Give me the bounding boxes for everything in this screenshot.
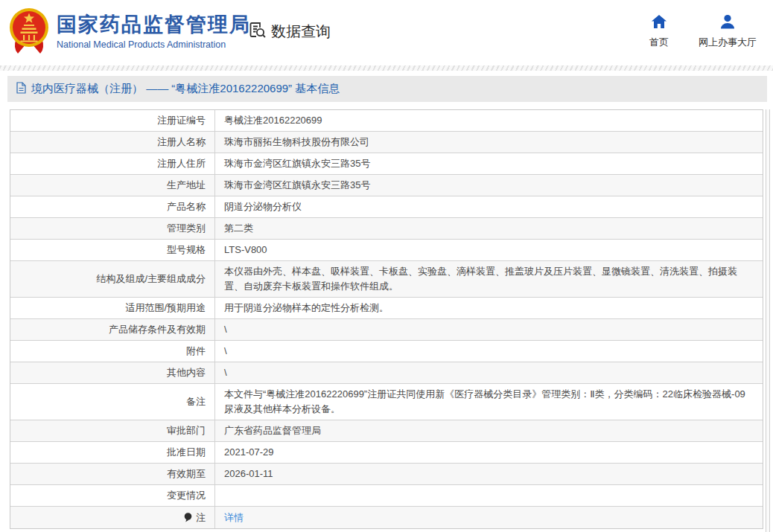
- row-label: 其他内容: [10, 362, 215, 383]
- table-row: 审批部门广东省药品监督管理局: [10, 420, 763, 442]
- row-label: 结构及组成/主要组成成分: [10, 261, 215, 297]
- table-row: 其他内容\: [10, 362, 763, 384]
- row-label: 生产地址: [10, 175, 215, 196]
- table-row: 变更情况: [10, 485, 763, 507]
- table-row: 注详情: [10, 507, 763, 528]
- hatched-divider: [0, 65, 773, 71]
- national-emblem-logo: [9, 7, 49, 56]
- table-row: 结构及组成/主要组成成分本仪器由外壳、样本盘、吸样装置、卡板盘、实验盘、滴样装置…: [10, 261, 763, 298]
- detail-link[interactable]: 详情: [224, 512, 244, 523]
- row-label: 变更情况: [10, 485, 215, 506]
- table-row: 有效期至2026-01-11: [10, 464, 763, 485]
- row-value: LTS-V800: [215, 240, 763, 260]
- row-value: 珠海市金湾区红旗镇永安三路35号: [215, 175, 763, 196]
- row-value: 珠海市丽拓生物科技股份有限公司: [215, 132, 763, 153]
- row-value: \: [215, 362, 763, 383]
- row-label: 注: [10, 507, 215, 528]
- row-value: \: [215, 341, 763, 362]
- row-value: 2026-01-11: [215, 464, 763, 484]
- row-label: 注册证编号: [10, 110, 215, 131]
- balloon-icon: [184, 513, 192, 522]
- row-label: 备注: [10, 384, 215, 420]
- page-title-bar: 境内医疗器械（注册） —— “粤械注准20162220699” 基本信息: [7, 76, 767, 102]
- row-label: 有效期至: [10, 464, 215, 484]
- document-icon: [16, 82, 26, 97]
- brand: 国家药品监督管理局 National Medical Products Admi…: [9, 7, 251, 56]
- row-label: 型号规格: [10, 240, 215, 260]
- table-row: 适用范围/预期用途用于阴道分泌物样本的定性分析检测。: [10, 298, 763, 319]
- table-row: 产品名称阴道分泌物分析仪: [10, 196, 763, 218]
- nav-data-query[interactable]: 数据查询: [247, 20, 331, 43]
- site-name-cn: 国家药品监督管理局: [57, 13, 251, 36]
- site-name-en: National Medical Products Administration: [57, 39, 251, 50]
- table-row: 管理类别第二类: [10, 218, 763, 240]
- table-row: 产品储存条件及有效期\: [10, 319, 763, 341]
- table-row: 注册人住所珠海市金湾区红旗镇永安三路35号: [10, 153, 763, 175]
- table-row: 附件\: [10, 341, 763, 362]
- row-label: 产品储存条件及有效期: [10, 319, 215, 340]
- row-value: 用于阴道分泌物样本的定性分析检测。: [215, 298, 763, 318]
- row-value: 本文件与“粤械注准20162220699”注册证共同使用新《医疗器械分类目录》管…: [215, 384, 763, 420]
- top-nav: 首页 网上办事大厅: [649, 14, 757, 49]
- table-row: 备注本文件与“粤械注准20162220699”注册证共同使用新《医疗器械分类目录…: [10, 384, 763, 420]
- user-icon: [719, 14, 736, 31]
- nav-service-hall[interactable]: 网上办事大厅: [699, 14, 757, 49]
- row-label: 审批部门: [10, 420, 215, 441]
- row-label: 注册人名称: [10, 132, 215, 153]
- nav-home[interactable]: 首页: [649, 14, 669, 49]
- info-table: 注册证编号粤械注准20162220699注册人名称珠海市丽拓生物科技股份有限公司…: [10, 109, 763, 529]
- brand-text: 国家药品监督管理局 National Medical Products Admi…: [57, 13, 251, 49]
- nav-service-hall-label: 网上办事大厅: [699, 36, 757, 49]
- row-value: 本仪器由外壳、样本盘、吸样装置、卡板盘、实验盘、滴样装置、推盖玻片及压片装置、显…: [215, 261, 763, 297]
- table-row: 生产地址珠海市金湾区红旗镇永安三路35号: [10, 175, 763, 196]
- row-label: 注册人住所: [10, 153, 215, 174]
- row-value: 粤械注准20162220699: [215, 110, 763, 131]
- row-value: 广东省药品监督管理局: [215, 420, 763, 441]
- scrollbar-track[interactable]: [766, 109, 770, 532]
- row-value: [215, 485, 763, 506]
- row-value: 阴道分泌物分析仪: [215, 196, 763, 217]
- data-query-icon: [247, 20, 267, 43]
- row-value: \: [215, 319, 763, 340]
- row-label: 产品名称: [10, 196, 215, 217]
- site-header: 国家药品监督管理局 National Medical Products Admi…: [0, 0, 773, 65]
- row-value: 第二类: [215, 218, 763, 239]
- page-title: 境内医疗器械（注册） —— “粤械注准20162220699” 基本信息: [31, 82, 340, 96]
- nav-data-query-label: 数据查询: [271, 22, 331, 42]
- table-row: 型号规格LTS-V800: [10, 240, 763, 261]
- home-icon: [651, 14, 667, 31]
- row-value: 详情: [215, 507, 763, 528]
- row-value: 珠海市金湾区红旗镇永安三路35号: [215, 153, 763, 174]
- table-row: 批准日期2021-07-29: [10, 442, 763, 464]
- row-label: 适用范围/预期用途: [10, 298, 215, 318]
- row-label: 管理类别: [10, 218, 215, 239]
- row-value: 2021-07-29: [215, 442, 763, 463]
- nav-home-label: 首页: [649, 36, 669, 49]
- row-label: 附件: [10, 341, 215, 362]
- table-row: 注册人名称珠海市丽拓生物科技股份有限公司: [10, 132, 763, 153]
- row-label: 批准日期: [10, 442, 215, 463]
- table-row: 注册证编号粤械注准20162220699: [10, 110, 763, 132]
